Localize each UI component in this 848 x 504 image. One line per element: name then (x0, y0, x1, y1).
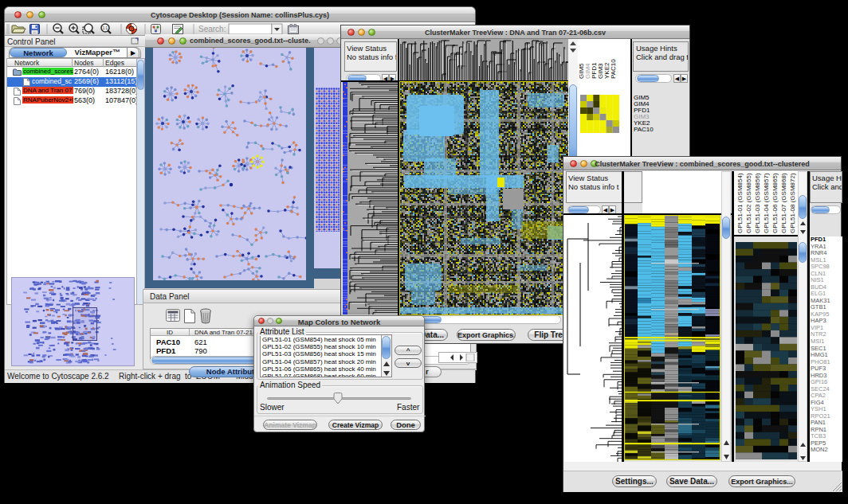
svg-text:GPL51-01 (GSM854): GPL51-01 (GSM854) (736, 173, 744, 233)
svg-text:GPL51-08 (GSM872): GPL51-08 (GSM872) (789, 173, 796, 233)
svg-text:GPL51-02 (GSM855): GPL51-02 (GSM855) (745, 173, 752, 233)
svg-text:GPL51-07 (GSM868): GPL51-07 (GSM868) (780, 173, 787, 233)
svg-text:1:1: 1:1 (103, 26, 108, 30)
svg-text:GPL51-03 (GSM856): GPL51-03 (GSM856) (754, 173, 761, 233)
svg-text:Search:: Search: (198, 25, 226, 33)
svg-text:PAC10: PAC10 (610, 59, 617, 79)
svg-text:GPL51-04 (GSM857): GPL51-04 (GSM857) (763, 173, 770, 233)
svg-text:GPL51-06 (GSM865): GPL51-06 (GSM865) (771, 173, 779, 233)
